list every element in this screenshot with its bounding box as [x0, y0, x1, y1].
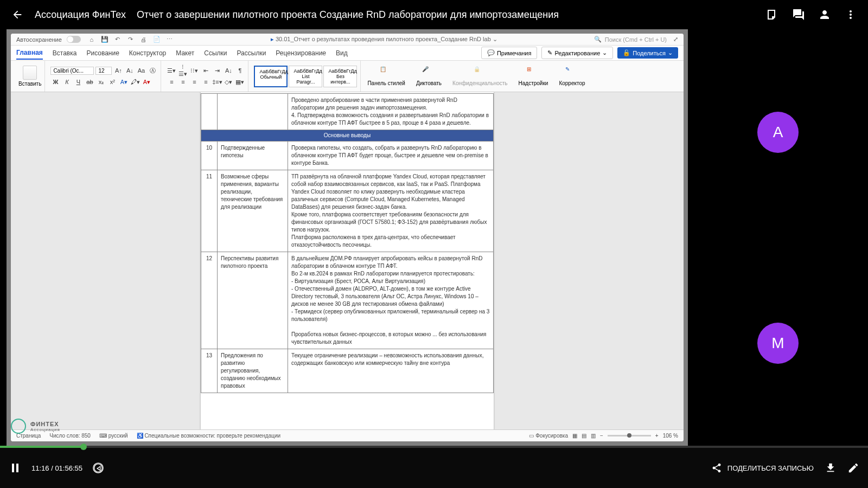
change-case-icon[interactable]: Aa — [136, 66, 146, 75]
ellipsis-icon[interactable]: ⋯ — [165, 35, 174, 44]
document-name[interactable]: ▸ 30.01_Отчет о результатах проведения п… — [174, 36, 594, 43]
notes-button[interactable]: 💬 Примечания — [481, 47, 538, 59]
redo-icon[interactable]: ↷ — [126, 35, 135, 44]
justify-button[interactable]: ≡ — [201, 77, 210, 87]
zoom-out-icon[interactable]: − — [600, 433, 603, 439]
edit-icon[interactable] — [847, 462, 859, 474]
search-input[interactable]: 🔍Поиск (Cmd + Ctrl + U) — [594, 36, 667, 43]
participant-tile[interactable]: М — [694, 240, 861, 446]
multilevel-button[interactable]: ⁝⁝▾ — [189, 66, 199, 75]
playback-time: 11:16 / 01:56:55 — [31, 464, 82, 472]
numbering-button[interactable]: ⁝☰▾ — [178, 66, 188, 75]
share-button[interactable]: 🔓 Поделиться ⌄ — [617, 47, 678, 59]
show-marks-button[interactable]: ¶ — [235, 66, 245, 75]
pause-button[interactable] — [9, 461, 22, 474]
align-left-button[interactable]: ≡ — [167, 77, 176, 87]
view-icon[interactable]: ▥ — [591, 433, 596, 439]
font-size-select[interactable] — [95, 67, 112, 75]
outdent-button[interactable]: ⇤ — [201, 66, 210, 75]
print-icon[interactable]: 🖨 — [139, 35, 148, 44]
font-select[interactable] — [50, 67, 94, 75]
style-normal[interactable]: АаБбВвГгДдОбычный — [254, 66, 288, 87]
text-color-button[interactable]: A▾ — [142, 77, 151, 87]
view-icon[interactable]: ▤ — [582, 433, 586, 439]
zoom-slider[interactable] — [608, 435, 651, 436]
watermark: ФИНТЕХ Ассоциация — [11, 419, 60, 434]
user-icon[interactable] — [818, 8, 831, 21]
table-header: Основные выводы — [201, 130, 494, 142]
notes-icon[interactable] — [766, 8, 779, 21]
styles-panel-button[interactable]: 📋Панель стилей — [363, 66, 409, 86]
undo-icon[interactable]: ↶ — [113, 35, 122, 44]
table-row: 10Подтвержденные гипотезыПроверка гипоте… — [201, 142, 494, 170]
progress-bar[interactable] — [0, 446, 868, 448]
tab-design[interactable]: Конструктор — [129, 47, 166, 59]
subscript-button[interactable]: x₂ — [96, 77, 106, 87]
indent-button[interactable]: ⇥ — [212, 66, 222, 75]
more-icon[interactable] — [844, 8, 857, 21]
dictate-button[interactable]: 🎤Диктовать — [412, 66, 446, 86]
download-icon[interactable] — [825, 462, 837, 474]
shading-button[interactable]: ◇▾ — [224, 77, 233, 87]
document-canvas[interactable]: Проведено апробирование в части применен… — [11, 92, 684, 429]
status-accessibility[interactable]: ♿ Специальные возможности: проверьте рек… — [137, 433, 281, 439]
strike-button[interactable]: ab — [85, 77, 94, 87]
style-list[interactable]: АаБбВвГгДдList Paragr... — [289, 66, 322, 87]
participant-tile[interactable]: А — [694, 29, 861, 235]
line-spacing-button[interactable]: ‡≡▾ — [212, 77, 222, 87]
zoom-level[interactable]: 106 % — [663, 433, 678, 439]
tab-insert[interactable]: Вставка — [53, 47, 77, 59]
avatar: М — [757, 323, 799, 364]
edit-mode-button[interactable]: ✎ Редактирование ⌄ — [541, 47, 613, 59]
bold-button[interactable]: Ж — [50, 77, 60, 87]
autosave-toggle[interactable]: Автосохранение — [16, 36, 81, 43]
speed-icon[interactable] — [92, 462, 104, 474]
home-icon[interactable]: ⌂ — [87, 35, 96, 44]
tab-review[interactable]: Рецензирование — [276, 47, 326, 59]
increase-font-icon[interactable]: A↑ — [113, 66, 123, 75]
tab-home[interactable]: Главная — [16, 47, 43, 60]
borders-button[interactable]: ▦▾ — [235, 77, 245, 87]
avatar: А — [757, 112, 799, 153]
confidential-button[interactable]: 🔒Конфиденциальность — [448, 66, 512, 86]
tab-view[interactable]: Вид — [336, 47, 348, 59]
addins-button[interactable]: ⊞Надстройки — [514, 66, 553, 86]
table-row: 13Предложения по развитию регулирования,… — [201, 349, 494, 393]
back-button[interactable] — [11, 8, 24, 21]
highlight-button[interactable]: 🖍▾ — [130, 77, 140, 87]
status-lang[interactable]: ⌨ русский — [99, 433, 128, 439]
font-color-button[interactable]: A▾ — [119, 77, 129, 87]
table-row: 12Перспективы развития пилотного проекта… — [201, 252, 494, 349]
org-name: Ассоциация ФинТех — [35, 9, 126, 21]
share-recording-button[interactable]: ПОДЕЛИТЬСЯ ЗАПИСЬЮ — [711, 463, 814, 473]
align-right-button[interactable]: ≡ — [189, 77, 199, 87]
superscript-button[interactable]: x² — [107, 77, 117, 87]
decrease-font-icon[interactable]: A↓ — [125, 66, 135, 75]
paste-button[interactable]: Вставить — [18, 66, 41, 87]
tab-layout[interactable]: Макет — [176, 47, 194, 59]
tab-draw[interactable]: Рисование — [86, 47, 119, 59]
tab-links[interactable]: Ссылки — [204, 47, 227, 59]
sort-button[interactable]: A↓ — [224, 66, 233, 75]
clear-format-icon[interactable]: Ⓐ — [148, 66, 157, 75]
style-nospace[interactable]: АаБбВвГгДдБез интерв... — [323, 66, 357, 87]
bullets-button[interactable]: ☰▾ — [167, 66, 176, 75]
italic-button[interactable]: К — [62, 77, 72, 87]
chat-icon[interactable] — [792, 8, 805, 21]
table-row: 11Возможные сферы применения, варианты р… — [201, 170, 494, 252]
tab-mailings[interactable]: Рассылки — [237, 47, 266, 59]
save-icon[interactable]: 💾 — [100, 35, 109, 44]
corrector-button[interactable]: ✎Корректор — [554, 66, 589, 86]
align-center-button[interactable]: ≡ — [178, 77, 188, 87]
zoom-in-icon[interactable]: + — [655, 433, 659, 439]
view-icon[interactable]: ▦ — [572, 433, 577, 439]
focus-button[interactable]: ▭ Фокусировка — [529, 433, 568, 439]
page-title: Отчет о завершении пилотного проекта Соз… — [137, 9, 559, 21]
expand-icon[interactable]: ⤢ — [673, 36, 678, 43]
doc-icon[interactable]: 📄 — [152, 35, 161, 44]
underline-button[interactable]: Ч — [73, 77, 83, 87]
